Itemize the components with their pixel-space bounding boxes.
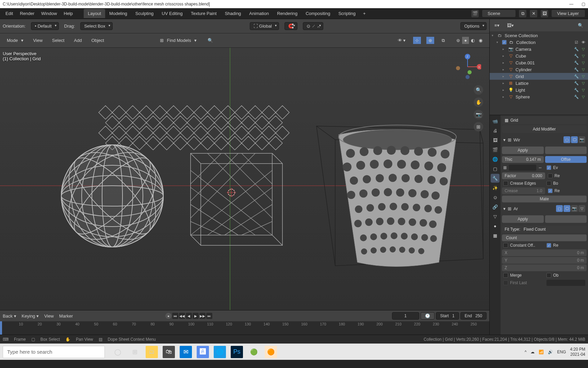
collection-exclude-icon[interactable]: ☑ <box>574 40 579 45</box>
current-frame-field[interactable]: 1 <box>392 312 419 320</box>
replace-checkbox[interactable]: ✓ <box>548 188 553 193</box>
rel-offset-checkbox[interactable]: ✓ <box>546 243 551 248</box>
factor-field[interactable]: Factor0.000 <box>502 172 545 179</box>
outliner-item-cube[interactable]: ▸▽Cube🔧▽ <box>490 52 588 59</box>
prop-tab-texture[interactable]: ▦ <box>491 231 500 240</box>
axis-gizmo[interactable]: X Z <box>454 53 481 80</box>
playhead[interactable] <box>0 321 2 335</box>
tab-animation[interactable]: Animation <box>245 9 273 18</box>
first-last-checkbox[interactable] <box>503 280 508 285</box>
jump-end-icon[interactable]: ⏭ <box>206 313 212 319</box>
copy-wireframe-button[interactable] <box>545 147 587 154</box>
prop-tab-object[interactable]: ▢ <box>491 164 500 173</box>
taskview-icon[interactable]: ⊞ <box>129 346 141 358</box>
jump-keyframe-back-icon[interactable]: ◀◀ <box>179 313 185 319</box>
wifi-icon[interactable]: 📶 <box>539 350 544 354</box>
taskbar-search-input[interactable]: Type here to search <box>3 346 105 358</box>
taskbar-clock[interactable]: 4:20 PM2021-04 <box>570 347 585 357</box>
mod-display-realtime-icon[interactable]: 🖵 <box>571 136 578 143</box>
tab-sculpting[interactable]: Sculpting <box>131 9 158 18</box>
apply-array-button[interactable]: Apply <box>502 215 544 223</box>
add-modifier-button[interactable]: Add Modifier <box>502 125 587 133</box>
mod-display-render-icon[interactable]: 📷 <box>578 136 585 143</box>
scene-icon[interactable]: 🎬 <box>471 10 479 18</box>
vis-dropdown[interactable]: 👁 ▾ <box>396 37 408 44</box>
proportional-edit-toggle[interactable]: ⊙ ⟋ ⌒ <box>303 22 323 30</box>
transform-orientation-dropdown[interactable]: ⛶ Global <box>250 22 279 30</box>
prop-tab-world[interactable]: 🌐 <box>491 155 500 164</box>
menu-help[interactable]: Help <box>61 10 76 17</box>
snap-toggle[interactable]: 🧲 <box>284 22 297 30</box>
play-icon[interactable]: ▶ <box>193 313 199 319</box>
autokey-icon[interactable]: ● <box>165 313 172 319</box>
xray-toggle[interactable]: ⧉ <box>440 37 447 44</box>
modifier-array-header[interactable]: ▾⊞Ar ▢🖵📷▽ <box>502 203 587 214</box>
even-checkbox[interactable]: ✓ <box>546 165 551 170</box>
prop-tab-constraints[interactable]: 🔗 <box>491 202 500 211</box>
add-workspace-button[interactable]: + <box>360 9 369 18</box>
tab-uv[interactable]: UV Editing <box>158 9 186 18</box>
end-frame-field[interactable]: End 250 <box>460 312 487 320</box>
obj-offset-field[interactable] <box>546 280 586 286</box>
scene-name-field[interactable]: Scene <box>482 10 516 17</box>
tab-modeling[interactable]: Modeling <box>105 9 131 18</box>
menu-select[interactable]: Select <box>50 37 66 44</box>
merge-checkbox[interactable] <box>503 273 508 278</box>
scene-del-icon[interactable]: ✕ <box>529 10 538 18</box>
tab-scripting[interactable]: Scripting <box>334 9 360 18</box>
tray-up-icon[interactable]: ^ <box>525 350 527 354</box>
tab-compositing[interactable]: Compositing <box>301 9 334 18</box>
crease-field[interactable]: Crease1.0 <box>502 187 545 194</box>
timeline-marker-menu[interactable]: Marker <box>59 313 73 319</box>
find-models-dropdown[interactable]: ⊞ Find Models ▾ <box>158 37 199 44</box>
shading-wireframe[interactable]: ⊚ <box>454 37 462 44</box>
crease-edges-checkbox[interactable] <box>503 181 508 186</box>
timeline-view-menu[interactable]: View <box>44 313 54 319</box>
shading-matprev[interactable]: ◐ <box>469 37 477 44</box>
pan-icon[interactable]: ✋ <box>474 97 483 107</box>
arr-display-render-icon[interactable]: 📷 <box>571 205 578 212</box>
prop-tab-physics[interactable]: ⊙ <box>491 193 500 202</box>
offset-x-field[interactable]: X0 m <box>502 249 587 256</box>
apply-wireframe-button[interactable]: Apply <box>502 147 544 154</box>
offset-field[interactable]: Offse <box>545 156 587 163</box>
material-field[interactable]: Mate <box>502 196 587 202</box>
const-offset-checkbox[interactable] <box>503 243 508 248</box>
drag-dropdown[interactable]: Select Box <box>80 22 112 30</box>
tab-rendering[interactable]: Rendering <box>273 9 301 18</box>
boundary-checkbox[interactable] <box>546 181 551 186</box>
orientation-dropdown[interactable]: • Default <box>31 22 59 30</box>
count-field[interactable]: Count <box>502 234 587 241</box>
viewport-options-dropdown[interactable]: Options <box>460 22 487 30</box>
outliner-item-camera[interactable]: ▸📷Camera🔧▽ <box>490 46 588 52</box>
jump-start-icon[interactable]: ⏮ <box>172 313 178 319</box>
relative-checkbox[interactable] <box>548 173 553 178</box>
invert-icon[interactable]: ↔ <box>538 165 542 170</box>
language-indicator[interactable]: ENG <box>557 350 566 354</box>
arr-extra-icon[interactable]: ▽ <box>578 205 585 212</box>
outliner-item-lattice[interactable]: ▸⊞Lattice🔧▽ <box>490 80 588 87</box>
outliner-item-grid[interactable]: ▸▽Grid🔧▽ <box>490 73 588 80</box>
offset-z-field[interactable]: Z0 m <box>502 264 587 271</box>
mail-icon[interactable]: ✉ <box>180 346 192 358</box>
prop-tab-viewlayer[interactable]: 🖼 <box>491 136 500 144</box>
gizmo-toggle[interactable]: ⊹ <box>413 37 421 44</box>
viewport-3d[interactable]: User Perspective (1) Collection | Grid <box>0 48 489 310</box>
vgroup-icon[interactable]: ⊞ <box>503 165 507 170</box>
overlay-toggle[interactable]: ⊕ <box>426 37 434 44</box>
outliner-mode-icon[interactable]: ≡▾ <box>492 22 502 29</box>
shading-solid[interactable]: ● <box>462 37 469 44</box>
mod-display-edit-icon[interactable]: ▢ <box>564 136 570 143</box>
modifier-wireframe-header[interactable]: ▾⊞Wir ▢🖵📷 <box>502 134 587 145</box>
shading-rendered[interactable]: ◉ <box>477 37 485 44</box>
collection-hide-icon[interactable]: 👁 <box>581 40 586 45</box>
edge-icon[interactable]: 🌐 <box>214 346 226 358</box>
scene-copy-icon[interactable]: ⧉ <box>519 10 527 18</box>
outliner-item-cube-001[interactable]: ▸▽Cube.001🔧▽ <box>490 59 588 66</box>
clock-icon[interactable]: 🕐 <box>421 312 435 320</box>
zoom-icon[interactable]: 🔍 <box>474 85 483 95</box>
tab-texture-paint[interactable]: Texture Paint <box>187 9 221 18</box>
mode-dropdown[interactable]: Mode ▾ <box>3 37 26 44</box>
minimize-button[interactable]: — <box>569 2 573 6</box>
prop-tab-render[interactable]: 📹 <box>491 117 500 125</box>
